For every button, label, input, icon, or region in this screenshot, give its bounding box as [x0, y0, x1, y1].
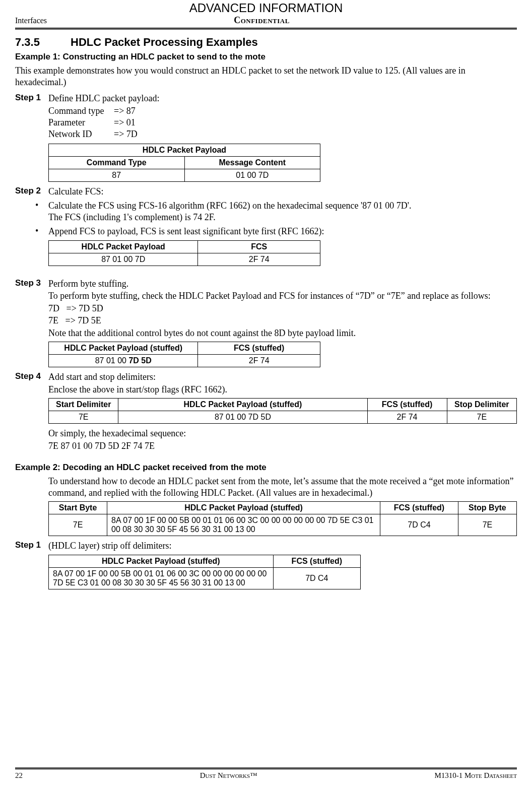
step4-text: Add start and stop delimiters:: [48, 371, 156, 383]
kv-val: => 7D: [114, 129, 138, 139]
step1-label: Step 1: [15, 93, 48, 103]
table-header: HDLC Packet Payload (stuffed): [107, 502, 380, 514]
table-cell: 7D C4: [380, 514, 458, 536]
table-cell: 8A 07 00 1F 00 00 5B 00 01 01 06 00 3C 0…: [107, 514, 380, 536]
step1-table: HDLC Packet Payload Command Type Message…: [48, 144, 320, 182]
step4-para: Enclose the above in start/stop flags (R…: [48, 384, 517, 396]
step2-text: Calculate FCS:: [48, 186, 104, 197]
step3-label: Step 3: [15, 278, 48, 288]
example1-intro: This example demonstrates how you would …: [15, 65, 517, 88]
step2-table: HDLC Packet Payload FCS 87 01 00 7D 2F 7…: [48, 240, 320, 266]
step2-label: Step 2: [15, 186, 48, 196]
footer-company: Dust Networks™: [200, 771, 257, 780]
footer-rule-thick: [15, 768, 517, 769]
table-cell: 2F 74: [367, 411, 447, 424]
step1-kv-row: Network ID=> 7D: [48, 128, 517, 140]
table-cell: 87 01 00 7D: [49, 253, 198, 266]
header-rule-thin: [15, 29, 517, 30]
kv-val: => 87: [114, 106, 136, 116]
bullet-icon: •: [35, 226, 48, 237]
footer-page: 22: [15, 771, 23, 780]
cell-text-bold: 7D 5D: [128, 356, 151, 365]
example2-intro: To understand how to decode an HDLC pack…: [48, 476, 517, 498]
bullet-line: Calculate the FCS using FCS-16 algorithm…: [48, 201, 411, 211]
table-cell: 87: [49, 169, 185, 181]
step4-seq: 7E 87 01 00 7D 5D 2F 74 7E: [48, 440, 517, 452]
table-cell: 8A 07 00 1F 00 00 5B 00 01 01 06 00 3C 0…: [49, 567, 274, 589]
table-header: HDLC Packet Payload: [49, 144, 320, 156]
table-header: HDLC Packet Payload (stuffed): [118, 399, 367, 411]
step3-table: HDLC Packet Payload (stuffed) FCS (stuff…: [48, 342, 320, 367]
table-header: Start Delimiter: [49, 399, 118, 411]
table-cell: 7E: [447, 411, 516, 424]
table-header: Command Type: [49, 156, 185, 169]
kv-key: Network ID: [48, 128, 114, 140]
kv-val: => 01: [114, 117, 136, 127]
step4-label: Step 4: [15, 371, 48, 381]
section-title: HDLC Packet Processing Examples: [71, 36, 258, 48]
table-header: FCS: [198, 240, 320, 253]
step3-para: To perform byte stuffing, check the HDLC…: [48, 290, 517, 302]
kv-key: Parameter: [48, 117, 114, 128]
footer-rule-thin: [15, 767, 517, 768]
table-header: Message Content: [184, 156, 320, 169]
table-cell: 2F 74: [198, 355, 320, 367]
table-cell: 87 01 00 7D 5D: [118, 411, 367, 424]
step4-table: Start Delimiter HDLC Packet Payload (stu…: [48, 398, 517, 424]
step2-bullet2: Append FCS to payload, FCS is sent least…: [48, 226, 324, 237]
section-number: 7.3.5: [15, 36, 71, 49]
header-confidential: Confidential: [47, 15, 477, 26]
table-header: Start Byte: [49, 502, 107, 514]
header-section: Interfaces: [15, 16, 47, 25]
example1-title: Example 1: Constructing an HDLC packet t…: [15, 52, 517, 62]
table-cell: 87 01 00 7D 5D: [49, 355, 198, 367]
table-cell: 7E: [458, 514, 516, 536]
step1-kv-row: Command type=> 87: [48, 105, 517, 117]
table-header: FCS (stuffed): [198, 342, 320, 355]
example2-title: Example 2: Decoding an HDLC packet recei…: [15, 463, 517, 473]
step3-rule1: 7D => 7D 5D: [48, 303, 517, 314]
ex2-table0: Start Byte HDLC Packet Payload (stuffed)…: [48, 501, 517, 536]
step1-kv-row: Parameter=> 01: [48, 117, 517, 128]
cell-text: 87 01 00: [95, 356, 129, 365]
table-header: FCS (stuffed): [273, 555, 360, 567]
ex2-step1-table: HDLC Packet Payload (stuffed) FCS (stuff…: [48, 555, 361, 589]
ex2-step1-text: (HDLC layer) strip off delimiters:: [48, 540, 172, 552]
table-header: Stop Byte: [458, 502, 516, 514]
table-header: FCS (stuffed): [367, 399, 447, 411]
table-header: FCS (stuffed): [380, 502, 458, 514]
step2-bullet1: Calculate the FCS using FCS-16 algorithm…: [48, 200, 411, 223]
header-advanced: ADVANCED INFORMATION: [15, 0, 517, 15]
table-cell: 7E: [49, 411, 118, 424]
table-cell: 7D C4: [273, 567, 360, 589]
kv-key: Command type: [48, 105, 114, 117]
bullet-line: The FCS (including 1's complement) is 74…: [48, 212, 216, 222]
table-header: HDLC Packet Payload (stuffed): [49, 555, 274, 567]
table-header: HDLC Packet Payload: [49, 240, 198, 253]
table-cell: 01 00 7D: [184, 169, 320, 181]
footer-doc: M1310-1 Mote Datasheet: [434, 771, 517, 780]
table-header: HDLC Packet Payload (stuffed): [49, 342, 198, 355]
step1-text: Define HDLC packet payload:: [48, 93, 159, 104]
step3-note: Note that the additional control bytes d…: [48, 327, 517, 339]
bullet-icon: •: [35, 200, 48, 211]
step3-text: Perform byte stuffing.: [48, 278, 128, 290]
section-heading: 7.3.5HDLC Packet Processing Examples: [15, 36, 517, 49]
header-rule-thick: [15, 28, 517, 29]
ex2-step1-label: Step 1: [15, 540, 48, 550]
table-header: Stop Delimiter: [447, 399, 516, 411]
step4-or: Or simply, the hexadecimal sequence:: [48, 428, 517, 439]
table-cell: 2F 74: [198, 253, 320, 266]
table-cell: 7E: [49, 514, 107, 536]
step3-rule2: 7E => 7D 5E: [48, 315, 517, 326]
